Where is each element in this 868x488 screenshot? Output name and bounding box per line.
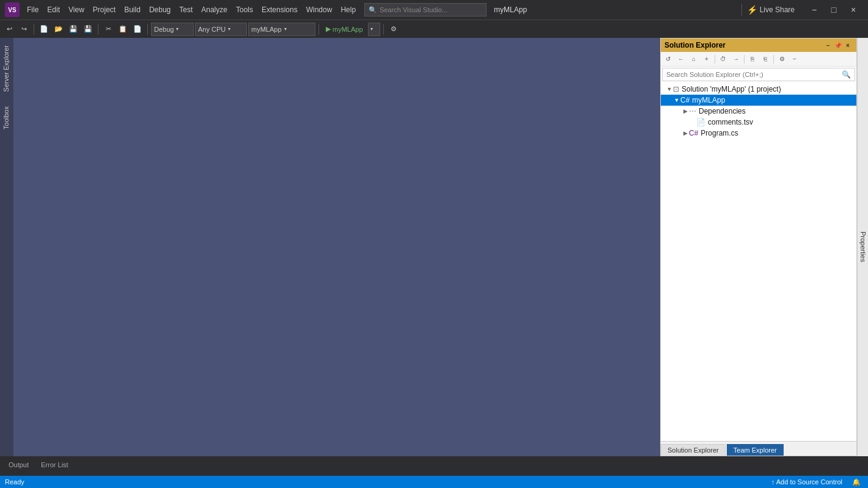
toolbar-paste[interactable]: 📄 xyxy=(131,23,144,36)
se-pin2-btn[interactable]: 📌 xyxy=(833,40,843,50)
se-close-btn[interactable]: × xyxy=(843,40,853,50)
se-sep-1 xyxy=(715,55,715,64)
file-comments-node[interactable]: 📄 comments.tsv xyxy=(661,117,856,128)
search-box[interactable]: 🔍 Search Visual Studio... xyxy=(364,3,487,16)
se-settings-btn[interactable]: ⚙ xyxy=(776,53,788,65)
se-pin-btn[interactable]: − xyxy=(823,40,833,50)
menu-build[interactable]: Build xyxy=(120,4,144,15)
menu-debug[interactable]: Debug xyxy=(145,4,174,15)
toolbar-new[interactable]: 📄 xyxy=(37,23,51,36)
dep-expand-icon: ▶ xyxy=(682,108,689,114)
run-dropdown-arrow[interactable]: ▾ xyxy=(368,23,380,36)
se-clock-btn[interactable]: ⏱ xyxy=(717,53,729,65)
se-add-btn[interactable]: + xyxy=(701,53,713,65)
se-tree: ▼ ⊡ Solution 'myMLApp' (1 project) ▼ C# … xyxy=(661,82,856,441)
notification-bell-btn[interactable]: 🔔 xyxy=(850,478,863,486)
error-list-tab[interactable]: Error List xyxy=(35,460,75,471)
solution-explorer-tab-btn[interactable]: Solution Explorer xyxy=(661,444,726,456)
menu-help[interactable]: Help xyxy=(337,4,359,15)
toolbar-settings[interactable]: ⚙ xyxy=(387,23,400,36)
se-title: Solution Explorer xyxy=(664,41,823,49)
menu-test[interactable]: Test xyxy=(175,4,196,15)
menu-window[interactable]: Window xyxy=(303,4,336,15)
search-placeholder: Search Visual Studio... xyxy=(380,6,447,13)
toolbar-sep-2 xyxy=(98,24,98,35)
file-program-label: Program.cs xyxy=(701,129,738,137)
project-expand-icon: ▼ xyxy=(673,97,680,103)
editor-area[interactable] xyxy=(13,38,660,456)
menu-extensions[interactable]: Extensions xyxy=(258,4,301,15)
se-sep-2 xyxy=(744,55,745,64)
solution-node[interactable]: ▼ ⊡ Solution 'myMLApp' (1 project) xyxy=(661,84,856,95)
toolbar-sep-4 xyxy=(318,24,319,35)
se-copy-btn[interactable]: ⎘ xyxy=(746,53,759,65)
window-controls: − □ × xyxy=(804,0,863,20)
server-explorer-tab[interactable]: Server Explorer xyxy=(0,38,13,99)
project-icon: C# xyxy=(680,96,690,104)
se-bottom-tabs: Solution Explorer Team Explorer xyxy=(661,441,856,456)
add-source-control-btn[interactable]: ↑ Add to Source Control xyxy=(769,478,845,486)
vs-logo: VS xyxy=(5,2,20,17)
project-label: myMLApp xyxy=(692,96,725,104)
toolbar-sep-3 xyxy=(147,24,148,35)
close-button[interactable]: × xyxy=(844,0,863,20)
se-sep-3 xyxy=(773,55,774,64)
minimize-button[interactable]: − xyxy=(804,0,824,20)
tsv-file-icon: 📄 xyxy=(696,118,705,126)
run-label: myMLApp xyxy=(333,26,363,33)
team-explorer-tab-btn[interactable]: Team Explorer xyxy=(727,444,784,456)
se-forward-btn[interactable]: → xyxy=(730,53,742,65)
solution-explorer-panel: Solution Explorer − 📌 × ↺ ← ⌂ + ⏱ → ⎘ ⎗ … xyxy=(660,38,857,456)
dependencies-node[interactable]: ▶ ⋯ Dependencies xyxy=(661,106,856,117)
se-search-input[interactable] xyxy=(666,71,842,78)
run-icon: ▶ xyxy=(326,25,331,33)
se-search-icon: 🔍 xyxy=(842,70,851,79)
maximize-button[interactable]: □ xyxy=(824,0,844,20)
live-share-button[interactable]: ⚡ Live Share xyxy=(741,4,800,16)
project-dropdown[interactable]: myMLApp ▾ xyxy=(248,23,315,36)
toolbar-cut[interactable]: ✂ xyxy=(101,23,115,36)
se-titlebar: Solution Explorer − 📌 × xyxy=(661,38,856,52)
cs-file-icon: C# xyxy=(689,129,698,137)
project-node[interactable]: ▼ C# myMLApp xyxy=(661,95,856,106)
menu-project[interactable]: Project xyxy=(89,4,119,15)
toolbar-save-all[interactable]: 💾 xyxy=(81,23,95,36)
menu-analyze[interactable]: Analyze xyxy=(197,4,231,15)
solution-label: Solution 'myMLApp' (1 project) xyxy=(682,85,781,93)
se-refresh-btn[interactable]: ↺ xyxy=(662,53,674,65)
menu-edit[interactable]: Edit xyxy=(43,4,64,15)
se-toolbar: ↺ ← ⌂ + ⏱ → ⎘ ⎗ ⚙ − xyxy=(661,52,856,67)
toolbar-undo[interactable]: ↩ xyxy=(2,23,16,36)
program-expand-icon: ▶ xyxy=(682,130,689,136)
status-ready: Ready xyxy=(5,478,769,486)
output-tab[interactable]: Output xyxy=(2,460,35,471)
debug-config-dropdown[interactable]: Debug ▾ xyxy=(151,23,194,36)
right-container: Solution Explorer − 📌 × ↺ ← ⌂ + ⏱ → ⎘ ⎗ … xyxy=(660,38,868,456)
menu-bar: File Edit View Project Build Debug Test … xyxy=(23,4,359,15)
toolbar-save[interactable]: 💾 xyxy=(67,23,80,36)
status-bar: Ready ↑ Add to Source Control 🔔 xyxy=(0,476,868,488)
toolbar-copy[interactable]: 📋 xyxy=(116,23,130,36)
properties-side-tab[interactable]: Properties xyxy=(857,38,868,456)
se-minus-btn[interactable]: − xyxy=(789,53,801,65)
se-search-box[interactable]: 🔍 xyxy=(662,68,855,81)
cpu-dropdown[interactable]: Any CPU ▾ xyxy=(195,23,247,36)
menu-tools[interactable]: Tools xyxy=(232,4,257,15)
toolbox-tab[interactable]: Toolbox xyxy=(0,99,13,137)
live-share-label: Live Share xyxy=(760,5,795,14)
toolbar-open[interactable]: 📂 xyxy=(52,23,65,36)
toolbar-redo[interactable]: ↪ xyxy=(17,23,31,36)
se-back-btn[interactable]: ← xyxy=(675,53,687,65)
title-bar: VS File Edit View Project Build Debug Te… xyxy=(0,0,868,20)
toolbar-sep-5 xyxy=(383,24,384,35)
menu-view[interactable]: View xyxy=(65,4,88,15)
se-home-btn[interactable]: ⌂ xyxy=(688,53,700,65)
dep-label: Dependencies xyxy=(699,107,746,115)
run-button[interactable]: ▶ myMLApp xyxy=(322,23,367,36)
toolbar: ↩ ↪ 📄 📂 💾 💾 ✂ 📋 📄 Debug ▾ Any CPU ▾ myML… xyxy=(0,20,868,38)
left-tabs: Server Explorer Toolbox xyxy=(0,38,13,456)
se-paste-btn[interactable]: ⎗ xyxy=(759,53,771,65)
dep-icon: ⋯ xyxy=(689,107,696,115)
file-program-node[interactable]: ▶ C# Program.cs xyxy=(661,128,856,139)
menu-file[interactable]: File xyxy=(23,4,42,15)
